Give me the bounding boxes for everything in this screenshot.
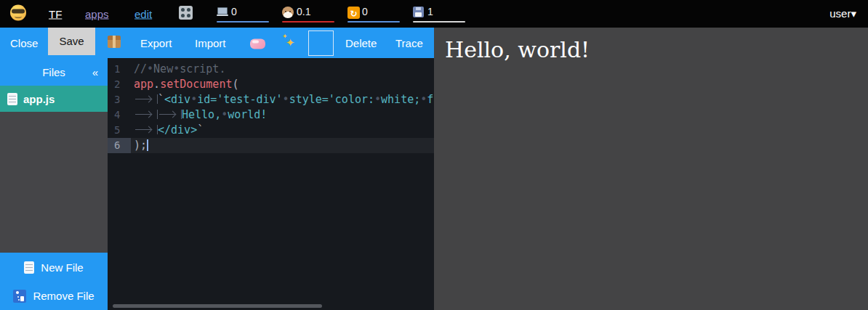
tab-arrow xyxy=(134,110,158,119)
new-file-button[interactable]: New File xyxy=(0,253,108,282)
meter-bar xyxy=(413,21,465,23)
close-button[interactable]: Close xyxy=(10,37,38,49)
meter-bar xyxy=(282,21,334,23)
sparkles-button[interactable] xyxy=(282,34,297,52)
editor-line[interactable]: 1//•New•script. xyxy=(108,62,434,77)
file-actions: New File Remove File xyxy=(0,253,108,310)
code-text: </div>` xyxy=(134,123,204,136)
file-item-label: app.js xyxy=(23,93,55,105)
line-number: 3 xyxy=(108,92,131,107)
editor-hscrollbar[interactable] xyxy=(113,304,322,308)
document-icon xyxy=(7,93,17,105)
editor-line[interactable]: 5</div>` xyxy=(108,123,434,138)
export-button[interactable]: Export xyxy=(140,37,172,49)
brand-link[interactable]: TF xyxy=(49,8,62,20)
meter-floppy[interactable]: 1 xyxy=(413,5,465,24)
meter-bar xyxy=(347,21,400,23)
editor-line[interactable]: 3`<div•id='test-div'•style='color:•white… xyxy=(108,92,434,107)
tab-arrow xyxy=(158,110,182,119)
soap-button[interactable] xyxy=(250,37,265,49)
control-knobs-icon xyxy=(179,6,193,20)
code-editor[interactable]: 1//•New•script.2app.setDocument(3`<div•i… xyxy=(108,58,434,310)
sparkles-icon xyxy=(282,34,297,50)
nav-link-apps[interactable]: apps xyxy=(85,8,109,20)
space-dot: • xyxy=(147,62,153,76)
meter-value: 0 xyxy=(231,6,237,17)
editor-pane: Close Save Export Import Delete Trace xyxy=(0,28,434,310)
line-number: 5 xyxy=(108,123,131,138)
preview-text: Hello, world! xyxy=(445,37,590,62)
editor-toolbar: Close Save Export Import Delete Trace xyxy=(0,28,434,58)
line-number: 6 xyxy=(108,138,131,153)
code-editor-lines: 1//•New•script.2app.setDocument(3`<div•i… xyxy=(108,62,434,153)
space-dot: • xyxy=(173,62,180,76)
nav-link-edit[interactable]: edit xyxy=(134,8,152,20)
user-menu[interactable]: user▾ xyxy=(829,7,856,20)
new-file-page-icon xyxy=(24,261,34,274)
space-dot: • xyxy=(190,93,197,106)
package-button[interactable] xyxy=(108,36,121,50)
meter-laptop[interactable]: 0 xyxy=(217,5,269,24)
space-dot: • xyxy=(420,93,427,106)
meter-bar xyxy=(217,21,269,23)
litter-bin-icon xyxy=(13,290,26,303)
files-header: Files « xyxy=(0,58,108,86)
repeat-icon xyxy=(347,7,360,19)
files-sidebar: Files « app.js New File xyxy=(0,58,108,310)
files-header-label: Files xyxy=(42,66,65,78)
space-dot: • xyxy=(221,108,228,121)
editor-line[interactable]: 4Hello,•world! xyxy=(108,107,434,123)
color-swatch-button[interactable] xyxy=(308,30,334,56)
soap-icon xyxy=(250,39,265,49)
status-meters: 00.101 xyxy=(217,5,465,24)
cursor-caret xyxy=(147,139,148,151)
space-dot: • xyxy=(374,93,381,106)
code-text: ); xyxy=(134,139,148,152)
remove-file-button[interactable]: Remove File xyxy=(0,282,108,310)
files-list-empty-area xyxy=(0,112,108,253)
tab-arrow xyxy=(134,94,158,104)
laptop-icon xyxy=(217,7,228,17)
editor-line[interactable]: 6); xyxy=(108,138,434,153)
code-text: app.setDocument( xyxy=(134,78,239,91)
sidebar-collapse-button[interactable]: « xyxy=(92,66,98,78)
line-number: 4 xyxy=(108,107,131,123)
meter-repeat[interactable]: 0 xyxy=(347,5,400,24)
tab-arrow xyxy=(134,125,158,134)
space-dot: • xyxy=(283,93,289,106)
line-number: 2 xyxy=(108,77,131,92)
remove-file-label: Remove File xyxy=(33,290,94,302)
editor-line[interactable]: 2app.setDocument( xyxy=(108,77,434,92)
app-window: TF apps edit 00.101 user▾ Close Save Exp… xyxy=(0,0,868,310)
logo-smiley-button[interactable] xyxy=(10,5,26,23)
line-number: 1 xyxy=(108,62,131,77)
code-text: //•New•script. xyxy=(134,62,225,76)
preview-panel: Hello, world! xyxy=(434,28,868,310)
meter-hamster[interactable]: 0.1 xyxy=(282,5,334,24)
floppy-icon xyxy=(413,7,424,17)
delete-button[interactable]: Delete xyxy=(345,37,377,49)
save-button[interactable]: Save xyxy=(48,28,95,55)
hamster-icon xyxy=(282,7,294,18)
file-item-appjs[interactable]: app.js xyxy=(0,86,108,112)
code-text: `<div•id='test-div'•style='color:•white;… xyxy=(134,93,433,106)
import-button[interactable]: Import xyxy=(195,37,226,49)
package-icon xyxy=(108,36,121,48)
meter-value: 1 xyxy=(427,6,433,17)
top-bar: TF apps edit 00.101 user▾ xyxy=(0,0,868,28)
grid-knobs-button[interactable] xyxy=(179,6,193,22)
code-text: Hello,•world! xyxy=(134,108,267,121)
new-file-label: New File xyxy=(41,261,83,274)
meter-value: 0.1 xyxy=(297,6,310,17)
trace-button[interactable]: Trace xyxy=(395,37,423,49)
meter-value: 0 xyxy=(362,6,368,17)
smiley-sunglasses-icon xyxy=(10,5,26,21)
